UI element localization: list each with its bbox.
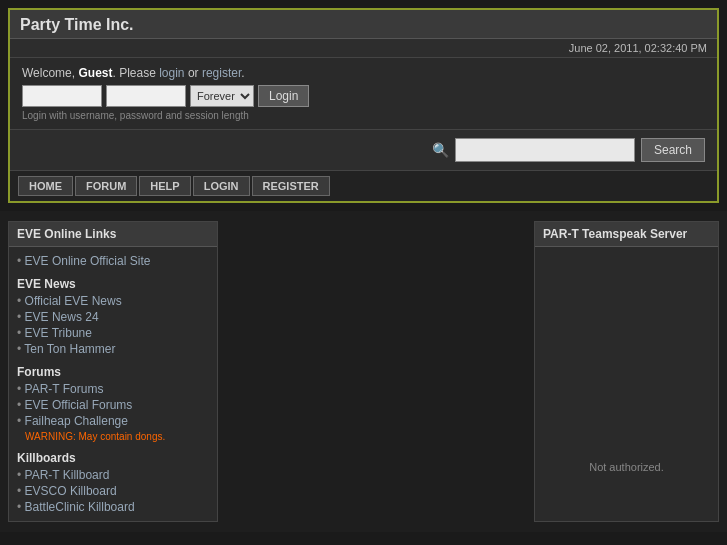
welcome-or: or xyxy=(185,66,202,80)
password-input[interactable] xyxy=(106,85,186,107)
nav-item-home[interactable]: HOME xyxy=(18,176,73,196)
site-title: Party Time Inc. xyxy=(20,16,134,33)
left-sidebar: EVE Online Links EVE Online Official Sit… xyxy=(8,221,218,522)
sidebar-link-ten-ton-hammer[interactable]: Ten Ton Hammer xyxy=(17,341,209,357)
sidebar-link-part-forums[interactable]: PAR-T Forums xyxy=(17,381,209,397)
sidebar-section-forums: Forums xyxy=(17,365,209,379)
login-form: Forever 1 day 1 hour Login xyxy=(22,85,705,107)
right-panel-title: PAR-T Teamspeak Server xyxy=(535,222,718,247)
login-area: Welcome, Guest. Please login or register… xyxy=(10,58,717,130)
sidebar-link-eve-news-24[interactable]: EVE News 24 xyxy=(17,309,209,325)
guest-username: Guest xyxy=(78,66,112,80)
register-link[interactable]: register xyxy=(202,66,241,80)
sidebar-link-part-killboard[interactable]: PAR-T Killboard xyxy=(17,467,209,483)
login-hint: Login with username, password and sessio… xyxy=(22,110,705,121)
sidebar-link-official-eve-news[interactable]: Official EVE News xyxy=(17,293,209,309)
not-authorized-text: Not authorized. xyxy=(589,461,664,481)
nav-item-login[interactable]: LOGIN xyxy=(193,176,250,196)
login-button[interactable]: Login xyxy=(258,85,309,107)
search-button[interactable]: Search xyxy=(641,138,705,162)
right-panel-content: Not authorized. xyxy=(535,247,718,487)
welcome-suffix: . Please xyxy=(112,66,159,80)
datetime-bar: June 02, 2011, 02:32:40 PM xyxy=(10,39,717,58)
nav-item-register[interactable]: REGISTER xyxy=(252,176,330,196)
sidebar-content: EVE Online Official Site EVE News Offici… xyxy=(9,247,217,521)
failheap-warning: WARNING: May contain dongs. xyxy=(25,431,165,442)
login-link[interactable]: login xyxy=(159,66,184,80)
welcome-period: . xyxy=(241,66,244,80)
search-icon: 🔍 xyxy=(432,142,449,158)
welcome-message: Welcome, Guest. Please login or register… xyxy=(22,66,705,80)
outer-frame: Party Time Inc. June 02, 2011, 02:32:40 … xyxy=(8,8,719,203)
welcome-prefix: Welcome, xyxy=(22,66,78,80)
sidebar-section-eve-news: EVE News xyxy=(17,277,209,291)
sidebar-link-eve-official[interactable]: EVE Online Official Site xyxy=(17,253,209,269)
nav-bar: HOME FORUM HELP LOGIN REGISTER xyxy=(10,171,717,201)
sidebar-title: EVE Online Links xyxy=(9,222,217,247)
search-bar: 🔍 Search xyxy=(10,130,717,171)
header-bar: Party Time Inc. xyxy=(10,10,717,39)
nav-item-help[interactable]: HELP xyxy=(139,176,190,196)
username-input[interactable] xyxy=(22,85,102,107)
session-select[interactable]: Forever 1 day 1 hour xyxy=(190,85,254,107)
search-input[interactable] xyxy=(455,138,635,162)
sidebar-section-killboards: Killboards xyxy=(17,451,209,465)
center-area xyxy=(218,221,526,522)
sidebar-link-evsco-killboard[interactable]: EVSCO Killboard xyxy=(17,483,209,499)
nav-item-forum[interactable]: FORUM xyxy=(75,176,137,196)
sidebar-link-failheap[interactable]: Failheap Challenge xyxy=(17,413,209,429)
main-content: EVE Online Links EVE Online Official Sit… xyxy=(0,211,727,532)
sidebar-link-battleclinic-killboard[interactable]: BattleClinic Killboard xyxy=(17,499,209,515)
datetime-text: June 02, 2011, 02:32:40 PM xyxy=(569,42,707,54)
right-panel: PAR-T Teamspeak Server Not authorized. xyxy=(534,221,719,522)
sidebar-link-eve-official-forums[interactable]: EVE Official Forums xyxy=(17,397,209,413)
sidebar-link-eve-tribune[interactable]: EVE Tribune xyxy=(17,325,209,341)
